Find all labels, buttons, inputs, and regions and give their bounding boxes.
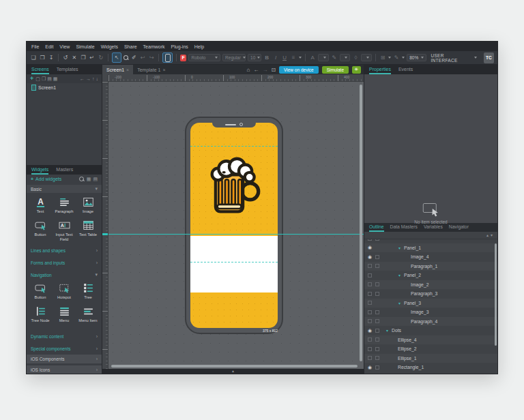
lock-checkbox[interactable]	[375, 300, 380, 305]
bold-button[interactable]: B	[263, 53, 270, 62]
visibility-eye-icon[interactable]	[367, 291, 373, 297]
font-size-select[interactable]: 10	[248, 54, 261, 61]
outline-panel-tab[interactable]: Variables	[424, 224, 443, 232]
visibility-eye-icon[interactable]	[367, 365, 373, 370]
bottom-collapse-bar[interactable]: ▴	[102, 369, 364, 374]
widget-item[interactable]: Text	[29, 196, 52, 218]
outline-scrollbar[interactable]	[495, 243, 497, 346]
rotate-right-icon[interactable]: ↪	[148, 53, 155, 62]
properties-panel-tab[interactable]: Events	[398, 67, 413, 74]
device-preview-button[interactable]	[162, 52, 173, 63]
move-left-icon[interactable]: ←	[80, 74, 85, 83]
eyedropper-icon[interactable]: ✐	[130, 53, 137, 62]
visibility-eye-icon[interactable]	[367, 328, 373, 333]
outline-row[interactable]: ▾ Panel_2	[364, 271, 497, 280]
visibility-eye-icon[interactable]	[367, 282, 373, 287]
lock-checkbox[interactable]	[375, 365, 380, 370]
user-avatar[interactable]: TC	[484, 52, 494, 63]
outline-row[interactable]: ▾ Dots	[364, 326, 497, 335]
close-tab-icon[interactable]: ×	[162, 68, 165, 72]
undo-icon[interactable]: ↺	[62, 53, 69, 62]
menu-item[interactable]: Edit	[45, 44, 53, 49]
select-tool-button[interactable]: ↖	[112, 52, 122, 63]
lock-checkbox[interactable]	[375, 282, 380, 287]
section-navigation[interactable]: Navigation ▾	[27, 271, 102, 279]
screens-panel-tab[interactable]: Templates	[57, 67, 78, 74]
outline-row[interactable]: Paragraph_3	[364, 289, 497, 299]
menu-item[interactable]: Simulate	[76, 44, 94, 49]
new-folder-icon[interactable]: ❒	[42, 74, 46, 83]
lock-checkbox[interactable]	[375, 273, 380, 278]
lock-checkbox[interactable]	[375, 254, 380, 260]
outline-row[interactable]: Paragraph_4	[364, 317, 497, 327]
outline-row[interactable]: ▾ Panel_1	[364, 243, 497, 253]
outline-row[interactable]: Image_2	[364, 280, 497, 290]
fill-color-button[interactable]: ◊	[352, 53, 359, 62]
fit-screen-icon[interactable]: ⊡	[271, 67, 276, 73]
zoom-level-select[interactable]: 80%	[407, 54, 426, 61]
move-right-icon[interactable]: →	[86, 74, 91, 83]
visibility-eye-icon[interactable]	[367, 346, 373, 352]
font-color-button[interactable]: A	[309, 53, 316, 62]
outline-row[interactable]: Ellipse_1	[364, 354, 497, 363]
widget-item[interactable]: Tree	[76, 282, 100, 304]
visibility-eye-icon[interactable]	[367, 355, 373, 361]
canvas-tab[interactable]: Screen1 ×	[102, 65, 133, 74]
menu-item[interactable]: Teamwork	[143, 44, 165, 49]
visibility-eye-icon[interactable]	[367, 337, 373, 342]
beer-mug-image[interactable]	[206, 154, 262, 217]
outline-row[interactable]: Image_4	[364, 252, 497, 262]
lock-checkbox[interactable]	[375, 239, 380, 241]
lock-checkbox[interactable]	[375, 328, 380, 333]
redo-icon[interactable]: ↻	[98, 53, 104, 62]
lock-checkbox[interactable]	[375, 337, 380, 342]
new-file-icon[interactable]: ❏	[30, 53, 37, 62]
fill-color-select[interactable]	[361, 54, 372, 61]
menu-item[interactable]: File	[31, 44, 39, 49]
lock-checkbox[interactable]	[375, 310, 380, 315]
duplicate-icon[interactable]: ▤	[47, 74, 52, 83]
font-style-select[interactable]: Regular	[222, 54, 246, 61]
outline-panel-tab[interactable]: Outline	[369, 224, 384, 232]
outline-row[interactable]: Ellipse_4	[364, 335, 497, 345]
publish-icon[interactable]: ↧	[48, 53, 55, 62]
lock-checkbox[interactable]	[375, 318, 380, 324]
home-icon[interactable]: ⌂	[247, 67, 250, 73]
outline-panel-tab[interactable]: Data Masters	[390, 224, 418, 232]
outline-row[interactable]: ▾ Panel_3	[364, 299, 497, 308]
widget-item[interactable]: Text Table	[76, 219, 100, 241]
move-up-icon[interactable]: ↑	[92, 74, 95, 83]
font-color-select[interactable]	[318, 54, 329, 61]
widget-section-row[interactable]: Lines and shapes ›	[27, 246, 102, 254]
border-color-button[interactable]: ✎	[331, 53, 338, 62]
design-canvas[interactable]: 375 x 812	[108, 82, 364, 369]
widget-section-row[interactable]: Special components ›	[27, 344, 102, 352]
widgets-panel-tab[interactable]: Masters	[56, 167, 73, 175]
paste-icon[interactable]: ↵	[89, 53, 96, 62]
widget-section-row[interactable]: Forms and inputs ›	[27, 258, 102, 267]
back-icon[interactable]: ←	[253, 67, 259, 73]
horizontal-guide-line[interactable]	[108, 234, 364, 235]
border-color-select[interactable]	[340, 54, 351, 61]
widget-item[interactable]: Button	[29, 219, 52, 241]
visibility-eye-icon[interactable]	[367, 239, 373, 241]
visibility-eye-icon[interactable]	[367, 318, 373, 324]
visibility-eye-icon[interactable]	[367, 254, 373, 260]
guide-marker[interactable]	[102, 233, 108, 235]
horizontal-scrollbar[interactable]	[111, 365, 358, 368]
widget-item[interactable]: Input Text Field	[53, 219, 76, 241]
phone-screen[interactable]	[190, 123, 278, 328]
widget-item[interactable]: Menu Item	[76, 305, 100, 327]
menu-item[interactable]: Share	[124, 44, 137, 49]
lock-checkbox[interactable]	[375, 291, 380, 297]
widget-item[interactable]: Tree Node	[29, 305, 52, 327]
expand-chevron-icon[interactable]: ▾	[398, 273, 403, 278]
widget-item[interactable]: Image	[76, 196, 100, 218]
menu-item[interactable]: Widgets	[101, 44, 118, 49]
visibility-eye-icon[interactable]	[367, 300, 373, 305]
search-widgets-icon[interactable]	[79, 177, 84, 181]
add-widgets-button[interactable]: Add widgets	[35, 177, 61, 181]
visibility-eye-icon[interactable]	[367, 273, 373, 278]
visibility-eye-icon[interactable]	[367, 245, 373, 250]
add-screen-button[interactable]: +	[30, 74, 33, 83]
